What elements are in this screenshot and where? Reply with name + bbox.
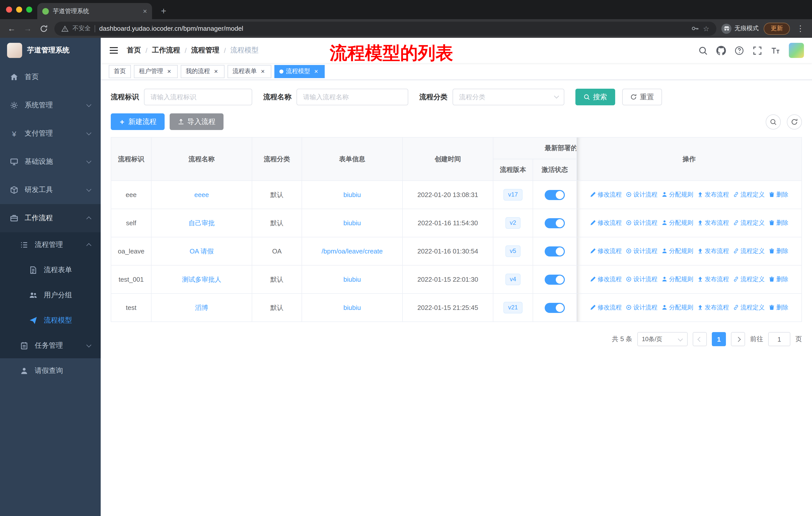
row-action-assign[interactable]: 分配规则	[662, 275, 693, 284]
close-window-button[interactable]	[6, 6, 12, 12]
tag-process-form[interactable]: 流程表单 ×	[228, 65, 271, 78]
row-action-design[interactable]: 设计流程	[626, 275, 658, 284]
app-logo[interactable]: 芋道管理系统	[0, 38, 101, 63]
prev-page-button[interactable]	[693, 332, 707, 346]
row-action-publish[interactable]: 发布流程	[697, 247, 729, 255]
help-icon[interactable]	[734, 46, 744, 55]
row-action-delete[interactable]: 删除	[769, 247, 788, 255]
address-bar[interactable]: 不安全 dashboard.yudao.iocoder.cn/bpm/manag…	[54, 21, 716, 35]
sidebar-item-system[interactable]: 系统管理	[0, 91, 101, 119]
next-page-button[interactable]	[731, 332, 745, 346]
form-info-link[interactable]: biubiu	[343, 304, 361, 311]
process-name-link[interactable]: eeee	[194, 191, 209, 198]
row-action-delete[interactable]: 删除	[769, 275, 788, 284]
breadcrumb-item[interactable]: 首页	[127, 46, 141, 55]
row-action-edit[interactable]: 修改流程	[590, 303, 622, 312]
forward-button[interactable]: →	[22, 24, 33, 32]
tag-home[interactable]: 首页	[109, 65, 131, 78]
row-action-design[interactable]: 设计流程	[626, 190, 658, 199]
goto-page-input[interactable]	[768, 332, 790, 346]
browser-menu-icon[interactable]: ⋮	[795, 24, 806, 32]
row-action-definition[interactable]: 流程定义	[733, 219, 765, 227]
fullscreen-icon[interactable]	[753, 46, 762, 55]
row-action-design[interactable]: 设计流程	[626, 247, 658, 255]
page-size-select[interactable]: 10条/页	[637, 332, 688, 346]
row-action-design[interactable]: 设计流程	[626, 219, 658, 227]
sidebar-item-workflow[interactable]: 工作流程	[0, 204, 101, 232]
tab-close-icon[interactable]: ×	[143, 7, 147, 15]
tag-process-model[interactable]: 流程模型 ×	[274, 65, 325, 78]
sidebar-item-user-group[interactable]: 用户分组	[0, 283, 101, 308]
sidebar-item-process-form[interactable]: 流程表单	[0, 257, 101, 283]
active-toggle[interactable]	[545, 246, 565, 256]
process-name-input[interactable]	[296, 89, 408, 105]
row-action-edit[interactable]: 修改流程	[590, 275, 622, 284]
process-name-link[interactable]: 滔博	[195, 304, 208, 311]
row-action-definition[interactable]: 流程定义	[733, 247, 765, 255]
category-select[interactable]	[453, 89, 564, 105]
github-icon[interactable]	[716, 46, 726, 55]
row-action-publish[interactable]: 发布流程	[697, 219, 729, 227]
close-icon[interactable]: ×	[166, 68, 173, 75]
minimize-window-button[interactable]	[16, 6, 22, 12]
process-name-link[interactable]: 自己审批	[188, 219, 215, 226]
sidebar-item-payment[interactable]: ¥ 支付管理	[0, 119, 101, 147]
row-action-definition[interactable]: 流程定义	[733, 275, 765, 284]
active-toggle[interactable]	[545, 303, 565, 313]
close-icon[interactable]: ×	[259, 68, 266, 75]
search-button[interactable]: 搜索	[575, 89, 615, 105]
row-action-delete[interactable]: 删除	[769, 219, 788, 227]
sidebar-item-home[interactable]: 首页	[0, 63, 101, 91]
row-action-assign[interactable]: 分配规则	[662, 219, 693, 227]
row-action-delete[interactable]: 删除	[769, 303, 788, 312]
form-info-link[interactable]: biubiu	[343, 276, 361, 283]
row-action-publish[interactable]: 发布流程	[697, 190, 729, 199]
page-number-current[interactable]: 1	[712, 332, 726, 346]
create-process-button[interactable]: + 新建流程	[111, 113, 165, 130]
form-info-link[interactable]: biubiu	[343, 219, 361, 227]
form-info-link[interactable]: /bpm/oa/leave/create	[322, 247, 383, 255]
sidebar-item-task-management[interactable]: 任务管理	[0, 333, 101, 358]
active-toggle[interactable]	[545, 274, 565, 284]
show-search-button[interactable]	[766, 114, 781, 129]
row-action-assign[interactable]: 分配规则	[662, 247, 693, 255]
row-action-assign[interactable]: 分配规则	[662, 303, 693, 312]
sidebar-item-process-model[interactable]: 流程模型	[0, 308, 101, 333]
process-key-input[interactable]	[144, 89, 252, 105]
sidebar-item-devtools[interactable]: 研发工具	[0, 176, 101, 204]
category-select-input[interactable]	[453, 89, 564, 105]
new-tab-button[interactable]: +	[158, 6, 169, 16]
search-icon[interactable]	[698, 46, 708, 55]
form-info-link[interactable]: biubiu	[343, 191, 361, 198]
user-avatar[interactable]	[789, 43, 804, 58]
sidebar-item-infrastructure[interactable]: 基础设施	[0, 147, 101, 176]
breadcrumb-item[interactable]: 流程管理	[191, 46, 220, 55]
row-action-publish[interactable]: 发布流程	[697, 275, 729, 284]
refresh-table-button[interactable]	[787, 114, 802, 129]
hamburger-icon[interactable]	[109, 45, 119, 55]
update-button[interactable]: 更新	[764, 22, 790, 34]
font-size-icon[interactable]	[771, 46, 780, 55]
breadcrumb-item[interactable]: 工作流程	[152, 46, 180, 55]
process-name-link[interactable]: 测试多审批人	[182, 275, 221, 283]
tag-tenant[interactable]: 租户管理 ×	[134, 65, 178, 78]
row-action-design[interactable]: 设计流程	[626, 303, 658, 312]
close-icon[interactable]: ×	[212, 68, 220, 75]
process-name-link[interactable]: OA 请假	[190, 247, 213, 255]
import-process-button[interactable]: 导入流程	[170, 113, 224, 130]
browser-tab[interactable]: 芋道管理系统 ×	[37, 3, 152, 19]
reload-button[interactable]	[38, 24, 49, 32]
row-action-definition[interactable]: 流程定义	[733, 190, 765, 199]
reset-button[interactable]: 重置	[622, 89, 662, 105]
bookmark-star-icon[interactable]: ☆	[703, 24, 709, 32]
active-toggle[interactable]	[545, 218, 565, 228]
zoom-window-button[interactable]	[26, 6, 32, 12]
sidebar-item-leave-query[interactable]: 请假查询	[0, 358, 101, 383]
back-button[interactable]: ←	[6, 24, 17, 32]
row-action-edit[interactable]: 修改流程	[590, 247, 622, 255]
close-icon[interactable]: ×	[313, 68, 320, 75]
password-key-icon[interactable]	[691, 25, 699, 32]
tag-my-process[interactable]: 我的流程 ×	[181, 65, 225, 78]
active-toggle[interactable]	[545, 190, 565, 200]
row-action-edit[interactable]: 修改流程	[590, 190, 622, 199]
